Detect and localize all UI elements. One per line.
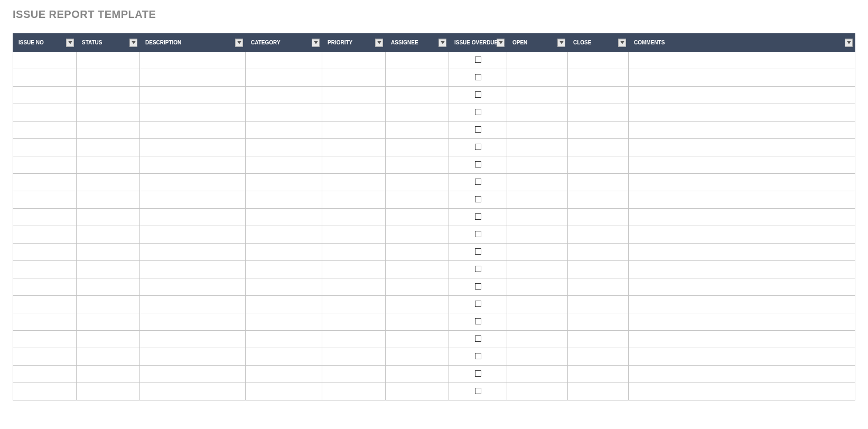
cell-category[interactable]	[246, 139, 322, 156]
cell-assignee[interactable]	[386, 69, 449, 87]
cell-issue_no[interactable]	[13, 383, 77, 400]
cell-overdue[interactable]	[449, 69, 507, 87]
cell-assignee[interactable]	[386, 348, 449, 366]
cell-priority[interactable]	[322, 52, 386, 69]
cell-comments[interactable]	[629, 226, 855, 244]
overdue-checkbox[interactable]	[475, 370, 481, 377]
cell-status[interactable]	[77, 296, 140, 313]
filter-dropdown-icon[interactable]	[438, 39, 446, 46]
cell-open[interactable]	[507, 69, 568, 87]
cell-open[interactable]	[507, 261, 568, 278]
cell-priority[interactable]	[322, 174, 386, 191]
cell-assignee[interactable]	[386, 261, 449, 278]
cell-status[interactable]	[77, 104, 140, 122]
cell-status[interactable]	[77, 122, 140, 139]
filter-dropdown-icon[interactable]	[845, 39, 853, 46]
cell-assignee[interactable]	[386, 52, 449, 69]
cell-open[interactable]	[507, 122, 568, 139]
overdue-checkbox[interactable]	[475, 231, 481, 237]
cell-close[interactable]	[568, 191, 629, 209]
cell-description[interactable]	[140, 209, 246, 226]
cell-status[interactable]	[77, 52, 140, 69]
cell-comments[interactable]	[629, 261, 855, 278]
cell-category[interactable]	[246, 69, 322, 87]
cell-description[interactable]	[140, 226, 246, 244]
cell-overdue[interactable]	[449, 122, 507, 139]
cell-comments[interactable]	[629, 52, 855, 69]
cell-description[interactable]	[140, 313, 246, 331]
cell-category[interactable]	[246, 383, 322, 400]
cell-priority[interactable]	[322, 226, 386, 244]
cell-open[interactable]	[507, 209, 568, 226]
cell-issue_no[interactable]	[13, 226, 77, 244]
filter-dropdown-icon[interactable]	[618, 39, 626, 46]
filter-dropdown-icon[interactable]	[497, 39, 505, 46]
cell-comments[interactable]	[629, 366, 855, 383]
cell-issue_no[interactable]	[13, 174, 77, 191]
cell-overdue[interactable]	[449, 244, 507, 261]
cell-open[interactable]	[507, 156, 568, 174]
cell-description[interactable]	[140, 104, 246, 122]
cell-close[interactable]	[568, 69, 629, 87]
cell-close[interactable]	[568, 348, 629, 366]
cell-issue_no[interactable]	[13, 261, 77, 278]
cell-close[interactable]	[568, 209, 629, 226]
cell-category[interactable]	[246, 348, 322, 366]
cell-category[interactable]	[246, 156, 322, 174]
cell-open[interactable]	[507, 296, 568, 313]
cell-status[interactable]	[77, 278, 140, 296]
overdue-checkbox[interactable]	[475, 196, 481, 202]
cell-status[interactable]	[77, 209, 140, 226]
cell-category[interactable]	[246, 209, 322, 226]
cell-overdue[interactable]	[449, 104, 507, 122]
cell-overdue[interactable]	[449, 331, 507, 348]
cell-overdue[interactable]	[449, 383, 507, 400]
cell-comments[interactable]	[629, 209, 855, 226]
cell-category[interactable]	[246, 52, 322, 69]
cell-close[interactable]	[568, 104, 629, 122]
cell-category[interactable]	[246, 174, 322, 191]
cell-open[interactable]	[507, 278, 568, 296]
cell-open[interactable]	[507, 383, 568, 400]
cell-priority[interactable]	[322, 348, 386, 366]
cell-priority[interactable]	[322, 383, 386, 400]
cell-comments[interactable]	[629, 87, 855, 104]
cell-priority[interactable]	[322, 122, 386, 139]
cell-issue_no[interactable]	[13, 87, 77, 104]
cell-issue_no[interactable]	[13, 348, 77, 366]
cell-close[interactable]	[568, 296, 629, 313]
cell-issue_no[interactable]	[13, 331, 77, 348]
overdue-checkbox[interactable]	[475, 179, 481, 185]
cell-assignee[interactable]	[386, 191, 449, 209]
cell-comments[interactable]	[629, 69, 855, 87]
cell-close[interactable]	[568, 156, 629, 174]
cell-category[interactable]	[246, 366, 322, 383]
cell-comments[interactable]	[629, 278, 855, 296]
cell-issue_no[interactable]	[13, 191, 77, 209]
cell-assignee[interactable]	[386, 331, 449, 348]
cell-overdue[interactable]	[449, 209, 507, 226]
overdue-checkbox[interactable]	[475, 353, 481, 359]
cell-overdue[interactable]	[449, 278, 507, 296]
cell-open[interactable]	[507, 174, 568, 191]
cell-open[interactable]	[507, 87, 568, 104]
overdue-checkbox[interactable]	[475, 126, 481, 133]
cell-comments[interactable]	[629, 244, 855, 261]
cell-open[interactable]	[507, 226, 568, 244]
cell-assignee[interactable]	[386, 139, 449, 156]
cell-description[interactable]	[140, 191, 246, 209]
cell-priority[interactable]	[322, 331, 386, 348]
cell-overdue[interactable]	[449, 313, 507, 331]
cell-overdue[interactable]	[449, 174, 507, 191]
cell-status[interactable]	[77, 174, 140, 191]
overdue-checkbox[interactable]	[475, 318, 481, 324]
cell-assignee[interactable]	[386, 296, 449, 313]
cell-overdue[interactable]	[449, 226, 507, 244]
overdue-checkbox[interactable]	[475, 266, 481, 272]
cell-close[interactable]	[568, 226, 629, 244]
cell-description[interactable]	[140, 261, 246, 278]
cell-open[interactable]	[507, 348, 568, 366]
cell-status[interactable]	[77, 226, 140, 244]
cell-close[interactable]	[568, 87, 629, 104]
cell-priority[interactable]	[322, 104, 386, 122]
